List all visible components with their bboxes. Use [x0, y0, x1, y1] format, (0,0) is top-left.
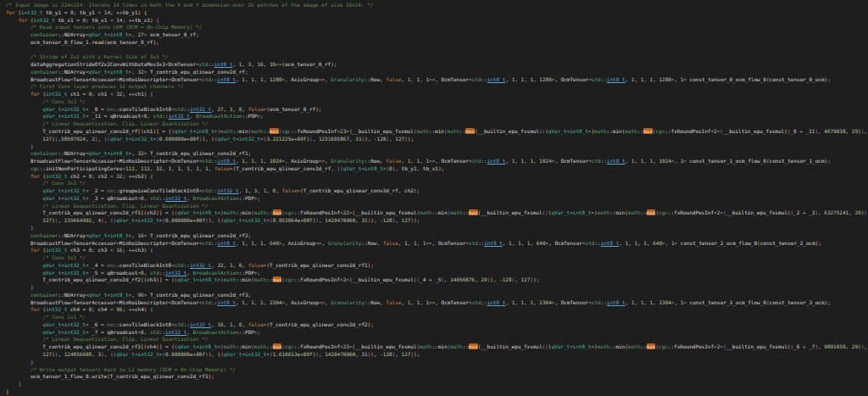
- code-namespace: std: [202, 187, 211, 193]
- code-line: /* Conv 1x1 */: [6, 314, 868, 321]
- code-number: 127: [42, 136, 52, 142]
- code-token: [6, 373, 31, 379]
- search-match-highlight: max: [647, 209, 656, 215]
- code-token: [6, 113, 42, 119]
- code-identifier: T_contrib_epu_qlinear_conv2d_rf3: [42, 343, 141, 349]
- code-token: [6, 165, 31, 171]
- code-namespace: Granularity: [331, 158, 364, 164]
- code-line: /* Conv 3x3 */: [6, 98, 868, 106]
- search-match-highlight: max: [469, 343, 478, 349]
- code-identifier: fxRoundPosInf: [297, 128, 337, 134]
- code-namespace: math: [598, 209, 609, 215]
- code-identifier: tb_y1: [123, 9, 138, 15]
- code-keyword: false: [248, 106, 264, 112]
- code-type: int32_t: [138, 217, 159, 223]
- code-line: /* Linear Dequantization, Clip, Linear Q…: [6, 120, 868, 128]
- code-type: int8_t: [570, 128, 588, 134]
- code-namespace: container: [31, 292, 58, 298]
- code-number: 29: [854, 209, 860, 215]
- code-namespace: Granularity: [328, 240, 362, 246]
- code-type: int32_t: [64, 321, 86, 327]
- code-identifier: TensorAccessor: [74, 158, 117, 164]
- code-identifier: OcmTensor: [438, 240, 466, 246]
- code-keyword: false: [281, 187, 297, 193]
- code-identifier: TensorAccessor: [74, 76, 117, 82]
- code-type: int32_t: [64, 262, 86, 268]
- code-keyword: false: [214, 165, 230, 171]
- code-number: 27: [137, 31, 143, 37]
- code-type: int32_t: [245, 217, 266, 223]
- code-type: qVar_t: [89, 69, 108, 75]
- code-type: int32_t: [64, 113, 86, 119]
- code-identifier: const_tensor_2_ocm: [760, 240, 815, 246]
- code-identifier: tb_y1: [46, 9, 61, 15]
- code-identifier: ch2: [147, 209, 156, 215]
- code-type: qVar_t: [110, 136, 129, 142]
- code-identifier: min: [239, 128, 248, 134]
- code-line: BroadcastFlow<TensorAccessor<MinRoiDescr…: [6, 299, 868, 307]
- code-number: 127: [402, 351, 411, 357]
- code-line: /* Linear Dequantization, Clip, Linear Q…: [6, 336, 868, 343]
- code-identifier: NDArray: [64, 69, 86, 75]
- code-type: qVar_t: [42, 321, 61, 327]
- code-token: [6, 150, 31, 156]
- code-identifier: BroadcastFlow: [31, 299, 70, 305]
- code-token: ;: [334, 61, 337, 67]
- code-token: ::: [294, 276, 300, 282]
- code-identifier: ch4: [147, 343, 156, 349]
- code-line: for (int32_t tb_y1 = 0; tb_y1 < 14; ++tb…: [6, 9, 868, 17]
- code-token: ::: [431, 343, 437, 349]
- code-identifier: TensorAccessor: [74, 240, 117, 246]
- code-number: 127: [42, 217, 52, 223]
- code-bracket: {: [150, 306, 153, 312]
- code-token: ;: [248, 150, 252, 156]
- code-namespace: std: [199, 61, 209, 67]
- code-type: int8_t: [607, 299, 626, 305]
- code-identifier: BroadcastFlow: [31, 76, 70, 82]
- code-token: ::: [266, 343, 272, 349]
- code-identifier: ch1: [144, 128, 153, 134]
- search-match-highlight: max: [469, 209, 478, 215]
- code-type: int8_t: [217, 76, 236, 82]
- code-identifier: min: [242, 343, 251, 349]
- code-area[interactable]: /* Input image is 224x224. Iterate 14 ti…: [0, 0, 868, 396]
- code-namespace: nn: [107, 321, 113, 327]
- code-line: qVar_t<int32_t> _5 = qBroadcast<0, std::…: [6, 270, 868, 277]
- code-token: ;: [196, 31, 199, 37]
- code-line: qVar_t<int32_t> _3 = qBroadcast<0, std::…: [6, 195, 868, 203]
- code-token: ::: [463, 343, 469, 349]
- code-number: 29: [481, 276, 487, 282]
- code-number: 127: [42, 351, 52, 357]
- code-bracket: }: [6, 388, 9, 394]
- code-line: 127)), 124856608, 3), ((qVar_t<int32_t>)…: [6, 351, 868, 359]
- code-identifier: qBroadcast: [107, 329, 137, 335]
- code-token: ;: [370, 321, 374, 327]
- code-identifier: fxRoundPosInf: [300, 209, 340, 215]
- code-keyword: for: [31, 91, 40, 97]
- code-identifier: min: [615, 209, 625, 215]
- code-type: int8_t: [110, 150, 129, 156]
- code-number: 8.053064e+08f: [273, 217, 313, 223]
- code-namespace: math: [420, 343, 431, 349]
- code-line: container::NDArray<qVar_t<int8_t>, 27> o…: [6, 31, 868, 39]
- code-token: [6, 306, 31, 312]
- code-token: [6, 143, 31, 149]
- code-namespace: math: [251, 128, 263, 134]
- code-identifier: tb_x1: [135, 17, 150, 23]
- code-function: read: [92, 39, 103, 45]
- code-number: 235664992: [64, 217, 92, 223]
- code-identifier: T_contrib_epu_qlinear_conv2d_rf1: [150, 150, 248, 156]
- code-type: int8_t: [199, 209, 218, 215]
- search-match-highlight: max: [273, 276, 282, 282]
- code-number: 32: [217, 262, 223, 268]
- code-namespace: std: [202, 240, 211, 246]
- code-namespace: cgc: [281, 128, 291, 134]
- code-token: ::: [481, 158, 487, 164]
- code-type: int8_t: [110, 69, 129, 75]
- code-type: int32_t: [34, 17, 55, 23]
- code-namespace: math: [450, 209, 462, 215]
- code-line: /* First Conv layer produces 32 output c…: [6, 83, 868, 91]
- code-token: ;: [827, 158, 831, 164]
- code-token: ::: [159, 270, 165, 276]
- code-namespace: math: [628, 209, 640, 215]
